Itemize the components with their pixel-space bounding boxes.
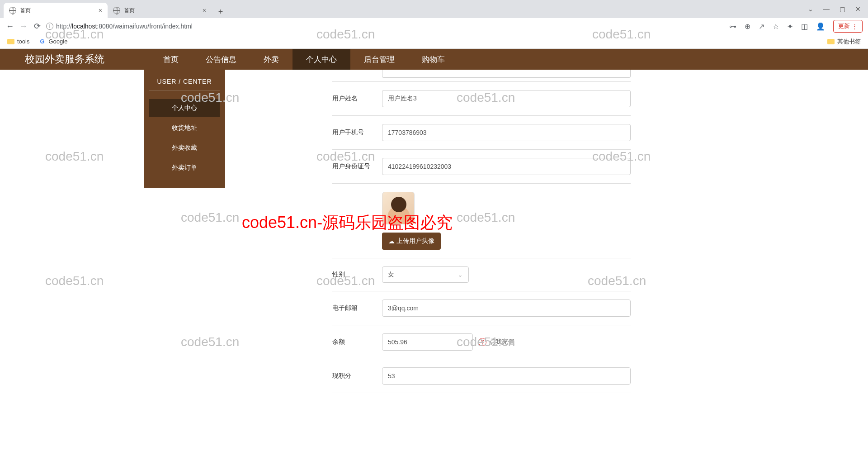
profile-icon[interactable]: 👤 [816,22,825,31]
globe-icon [113,7,120,14]
recharge-link[interactable]: ¥ 点我充值 [478,338,514,346]
address-bar: ← → ⟳ i http://localhost:8080/waimaifuwu… [0,18,868,34]
google-icon: G [38,38,46,45]
row-idnumber: 用户身份证号 [332,150,631,184]
nav-admin[interactable]: 后台管理 [350,49,408,70]
close-icon[interactable]: × [203,7,206,14]
sidebar-head: USER / CENTER [149,70,220,91]
app-nav: 校园外卖服务系统 首页 公告信息 外卖 个人中心 后台管理 购物车 [0,49,868,70]
browser-tab[interactable]: 首页 × [4,3,108,18]
input-phone[interactable] [382,124,631,141]
tab-title: 首页 [20,7,31,14]
zoom-icon[interactable]: ⊕ [745,22,750,31]
maximize-icon[interactable]: ▢ [840,5,845,13]
extensions-icon[interactable]: ✦ [787,22,793,31]
chevron-down-icon: ⌄ [458,271,463,278]
globe-icon [9,7,16,14]
content: USER / CENTER 个人中心 收货地址 外卖收藏 外卖订单 用户姓名 用… [0,70,868,393]
upload-avatar-button[interactable]: ☁上传用户头像 [382,233,441,250]
toolbar-icons: ⊶ ⊕ ↗ ☆ ✦ ◫ 👤 更新⋮ [729,20,863,33]
sidebar-item-orders[interactable]: 外卖订单 [149,159,220,177]
close-window-icon[interactable]: ✕ [855,5,861,13]
nav-notice[interactable]: 公告信息 [192,49,250,70]
site-info-icon[interactable]: i [46,23,53,30]
input-balance[interactable] [382,333,473,351]
select-gender[interactable]: 女⌄ [382,266,469,283]
forward-button[interactable]: → [19,22,28,31]
nav-takeout[interactable]: 外卖 [250,49,292,70]
cloud-upload-icon: ☁ [388,238,395,245]
reload-button[interactable]: ⟳ [33,22,42,31]
bookmark-other[interactable]: 其他书签 [827,38,861,46]
back-button[interactable]: ← [5,22,14,31]
sidebar-item-address[interactable]: 收货地址 [149,119,220,137]
tab-bar: 首页 × 首页 × + ⌄ — ▢ ✕ [0,0,868,18]
folder-icon [827,39,835,44]
label-username: 用户姓名 [332,95,382,103]
row-gender: 性别 女⌄ [332,258,631,291]
label-gender: 性别 [332,271,382,279]
input-username[interactable] [382,90,631,107]
row-phone: 用户手机号 [332,116,631,150]
tab-title: 首页 [124,7,135,14]
row-points: 现积分 [332,359,631,393]
folder-icon [7,39,14,44]
yen-icon: ¥ [478,338,486,346]
label-points: 现积分 [332,372,382,380]
bookmarks-bar: tools GGoogle 其他书签 [0,34,868,49]
url-display[interactable]: i http://localhost:8080/waimaifuwu/front… [46,23,193,30]
bookmark-google[interactable]: GGoogle [38,38,67,45]
bookmark-icon[interactable]: ☆ [773,22,779,31]
label-email: 电子邮箱 [332,304,382,312]
key-icon[interactable]: ⊶ [729,22,736,31]
label-idnumber: 用户身份证号 [332,162,382,171]
window-controls: ⌄ — ▢ ✕ [808,0,868,18]
sidebar: USER / CENTER 个人中心 收货地址 外卖收藏 外卖订单 [144,70,225,188]
label-phone: 用户手机号 [332,128,382,137]
row-username: 用户姓名 [332,82,631,116]
bookmark-tools[interactable]: tools [7,38,29,45]
row-email: 电子邮箱 [332,291,631,325]
nav-cart[interactable]: 购物车 [408,49,458,70]
row-top-partial [332,70,631,82]
chevron-down-icon[interactable]: ⌄ [808,5,813,13]
minimize-icon[interactable]: — [823,5,830,13]
input-email[interactable] [382,300,631,317]
input-idnumber[interactable] [382,158,631,175]
sidebar-item-user-center[interactable]: 个人中心 [149,99,220,117]
share-icon[interactable]: ↗ [759,22,764,31]
new-tab-button[interactable]: + [214,5,227,18]
browser-tab[interactable]: 首页 × [108,3,212,18]
sidepanel-icon[interactable]: ◫ [801,22,808,31]
row-balance: 余额 ¥ 点我充值 [332,325,631,359]
label-balance: 余额 [332,338,382,346]
brand-title: 校园外卖服务系统 [25,52,104,66]
avatar-image [382,192,415,224]
browser-chrome: 首页 × 首页 × + ⌄ — ▢ ✕ ← → ⟳ i http://local… [0,0,868,49]
profile-form: 用户姓名 用户手机号 用户身份证号 ☁上传用户头像 性别 女⌄ 电子 [332,70,631,393]
nav-user-center[interactable]: 个人中心 [292,49,350,70]
update-button[interactable]: 更新⋮ [833,20,863,33]
input-points[interactable] [382,367,631,385]
sidebar-item-favorites[interactable]: 外卖收藏 [149,139,220,157]
row-avatar: ☁上传用户头像 [332,184,631,258]
nav-home[interactable]: 首页 [150,49,192,70]
close-icon[interactable]: × [99,7,102,14]
input-partial[interactable] [382,70,631,78]
